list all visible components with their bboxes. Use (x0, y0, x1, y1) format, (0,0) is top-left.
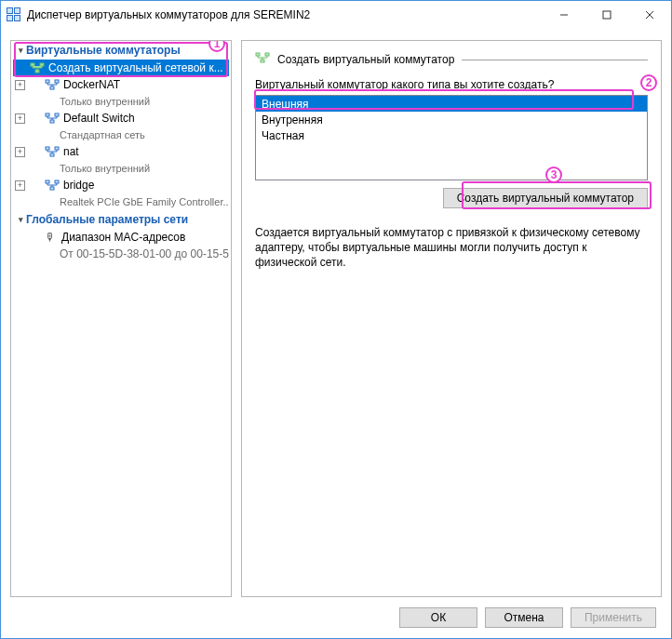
footer: ОК Отмена Применить (1, 597, 671, 638)
ok-button[interactable]: ОК (399, 607, 477, 628)
svg-rect-12 (50, 120, 54, 123)
tree-item-label: Создать виртуальный сетевой к... (48, 61, 223, 74)
caret-down-icon: ▾ (15, 215, 26, 224)
expand-icon[interactable]: + (15, 80, 25, 90)
section-label: Глобальные параметры сети (26, 213, 188, 226)
svg-rect-19 (256, 53, 260, 56)
tree-item-label: nat (63, 145, 79, 158)
right-pane: Создать виртуальный коммутатор Виртуальн… (241, 40, 662, 597)
tree-item-switch[interactable]: +bridge (13, 177, 229, 193)
header-text: Создать виртуальный коммутатор (277, 53, 454, 66)
type-prompt: Виртуальный коммутатор какого типа вы хо… (255, 78, 648, 91)
switch-icon (45, 112, 60, 125)
option-external[interactable]: Внешняя (256, 96, 647, 112)
option-internal[interactable]: Внутренняя (256, 112, 647, 127)
svg-rect-16 (46, 180, 49, 183)
tree-item-label: Default Switch (63, 112, 135, 125)
svg-rect-18 (50, 187, 54, 190)
caret-down-icon: ▾ (15, 46, 26, 55)
svg-rect-21 (261, 60, 264, 62)
tree-item-switch[interactable]: +nat (13, 143, 229, 160)
svg-rect-10 (46, 113, 49, 116)
type-description: Создается виртуальный коммутатор с привя… (255, 225, 648, 271)
switch-type-listbox[interactable]: Внешняя Внутренняя Частная (255, 95, 648, 180)
tree-item-label: Диапазон MAC-адресов (61, 231, 185, 244)
close-button[interactable] (628, 1, 671, 29)
header-divider (462, 60, 648, 60)
minimize-button[interactable] (543, 1, 585, 29)
tree-item-sub: От 00-15-5D-38-01-00 до 00-15-5... (13, 246, 229, 262)
titlebar: Диспетчер виртуальных коммутаторов для S… (1, 1, 671, 29)
body: ▾ Виртуальные коммутаторы Создать виртуа… (1, 29, 671, 597)
svg-rect-15 (50, 153, 54, 156)
svg-rect-11 (55, 113, 59, 116)
window-title: Диспетчер виртуальных коммутаторов для S… (27, 8, 543, 21)
expand-icon[interactable]: + (15, 180, 25, 191)
svg-rect-4 (31, 63, 34, 66)
maximize-button[interactable] (585, 1, 628, 29)
switch-icon (45, 145, 60, 158)
create-switch-button[interactable]: Создать виртуальный коммутатор (443, 188, 648, 208)
mac-icon: 🎙 (43, 231, 58, 244)
svg-rect-14 (55, 147, 59, 150)
cancel-button[interactable]: Отмена (485, 607, 563, 628)
tree-section-global[interactable]: ▾ Глобальные параметры сети (13, 210, 229, 229)
tree-item-switch[interactable]: +Default Switch (13, 110, 229, 126)
tree-item-sub: Realtek PCIe GbE Family Controller... (13, 193, 229, 210)
svg-rect-6 (35, 70, 39, 73)
svg-rect-8 (55, 80, 59, 83)
section-label: Виртуальные коммутаторы (26, 44, 181, 57)
right-header: Создать виртуальный коммутатор (255, 52, 648, 67)
tree-item-label: DockerNAT (63, 78, 120, 91)
svg-rect-5 (40, 63, 44, 66)
svg-rect-13 (46, 147, 49, 150)
expand-icon[interactable]: + (15, 113, 25, 124)
tree-item-sub: Только внутренний (13, 160, 229, 177)
tree-section-vswitches[interactable]: ▾ Виртуальные коммутаторы (13, 41, 229, 60)
tree-item-switch[interactable]: +DockerNAT (13, 76, 229, 93)
apply-button[interactable]: Применить (571, 607, 656, 628)
switch-icon (45, 78, 60, 91)
svg-rect-17 (55, 180, 59, 183)
switch-icon (45, 179, 60, 192)
svg-rect-9 (50, 87, 54, 89)
tree-item-label: bridge (63, 179, 94, 192)
tree-item-new-switch[interactable]: Создать виртуальный сетевой к... (13, 60, 229, 76)
option-private[interactable]: Частная (256, 127, 647, 143)
app-icon (7, 7, 21, 22)
svg-rect-7 (46, 80, 49, 83)
dialog-window: Диспетчер виртуальных коммутаторов для S… (0, 0, 672, 639)
expand-icon[interactable]: + (15, 147, 25, 157)
tree-item-sub: Только внутренний (13, 93, 229, 110)
svg-rect-1 (603, 11, 611, 19)
tree-item-sub: Стандартная сеть (13, 126, 229, 143)
tree-item-mac-range[interactable]: 🎙 Диапазон MAC-адресов (13, 229, 229, 246)
switch-icon (255, 52, 272, 67)
tree-pane: ▾ Виртуальные коммутаторы Создать виртуа… (10, 40, 232, 597)
svg-rect-20 (265, 53, 269, 56)
new-switch-icon (30, 61, 45, 74)
